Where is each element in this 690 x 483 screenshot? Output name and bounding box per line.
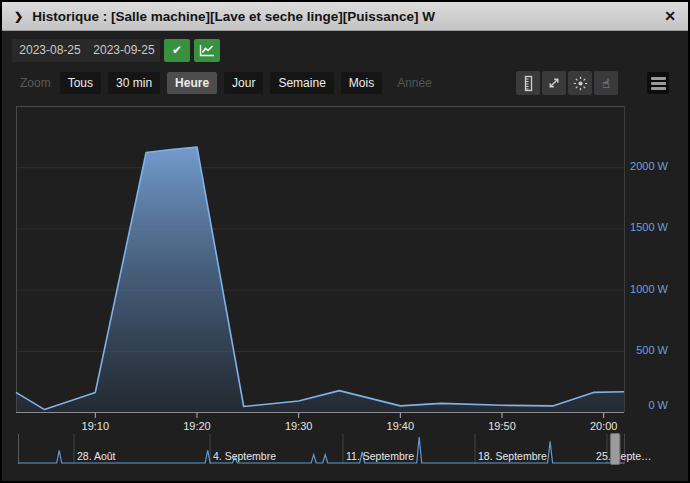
x-axis-label: 19:30 <box>285 420 313 432</box>
ruler-button[interactable] <box>516 71 540 95</box>
plot-area[interactable] <box>16 106 624 412</box>
hand-pointer-button[interactable]: ☝ <box>594 71 618 95</box>
apply-dates-button[interactable]: ✔ <box>164 39 190 62</box>
x-axis-label: 19:50 <box>488 420 516 432</box>
zoom-button-jour[interactable]: Jour <box>224 72 263 94</box>
history-dialog: ❯ Historique : [Salle machine][Lave et s… <box>0 0 690 483</box>
sun-button[interactable] <box>568 71 592 95</box>
hand-pointer-icon: ☝ <box>602 77 610 90</box>
end-date-input[interactable] <box>88 39 160 62</box>
x-axis-label: 19:10 <box>82 420 110 432</box>
dialog-titlebar: ❯ Historique : [Salle machine][Lave et s… <box>2 2 688 31</box>
compress-arrows-button[interactable] <box>542 71 566 95</box>
chart-line-icon <box>199 44 215 57</box>
navigator-track[interactable] <box>18 434 624 464</box>
y-axis-label: 0 W <box>648 399 668 411</box>
x-axis-label: 19:40 <box>387 420 415 432</box>
close-icon[interactable]: ✕ <box>664 9 676 23</box>
zoom-button-semaine[interactable]: Semaine <box>270 72 333 94</box>
export-menu-button[interactable] <box>647 72 669 94</box>
zoom-button-heure[interactable]: Heure <box>167 72 217 94</box>
hamburger-icon <box>651 77 666 80</box>
x-axis-label: 19:20 <box>183 420 211 432</box>
y-axis-label: 1500 W <box>630 221 669 233</box>
check-icon: ✔ <box>172 43 182 57</box>
y-axis-label: 500 W <box>636 344 668 356</box>
navigator-handle[interactable] <box>610 434 620 465</box>
chevron-right-icon: ❯ <box>14 10 23 23</box>
zoom-button-tous[interactable]: Tous <box>60 72 101 94</box>
date-toolbar: ✔ <box>12 38 220 62</box>
dialog-title: Historique : [Salle machine][Lave et sec… <box>32 9 435 24</box>
start-date-input[interactable] <box>12 39 88 62</box>
graph-type-button[interactable] <box>194 39 220 62</box>
zoom-button-30min[interactable]: 30 min <box>108 72 160 94</box>
y-axis-label: 1000 W <box>630 283 669 295</box>
history-chart: 19:1019:2019:3019:4019:5020:000 W500 W10… <box>2 98 690 480</box>
compress-arrows-icon <box>547 76 561 90</box>
x-axis-label: 20:00 <box>590 420 618 432</box>
zoom-label: Zoom <box>20 76 51 90</box>
date-range <box>12 39 160 62</box>
zoom-button-annee[interactable]: Année <box>389 72 440 94</box>
sun-icon <box>573 76 588 91</box>
ruler-icon <box>521 75 536 92</box>
zoom-button-mois[interactable]: Mois <box>341 72 382 94</box>
y-axis-label: 2000 W <box>630 160 669 172</box>
